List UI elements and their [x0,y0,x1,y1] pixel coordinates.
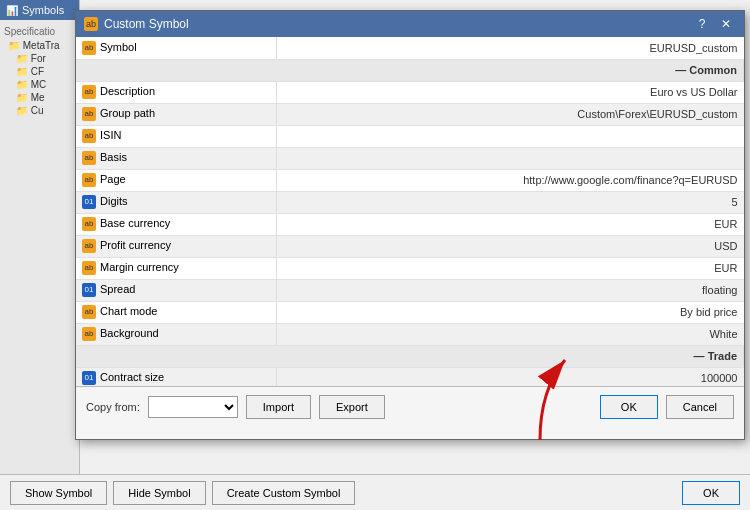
sidebar-item[interactable]: 📁 For [8,52,75,65]
sidebar-header: 📊 Symbols [0,0,79,20]
prop-name: abBase currency [76,213,276,235]
dialog-title: Custom Symbol [104,17,686,31]
copy-from-label: Copy from: [86,401,140,413]
sidebar-item[interactable]: 📁 MetaTra [8,39,75,52]
prop-icon: ab [82,239,96,253]
prop-value: EUR [276,257,744,279]
sidebar-subheader: Specificatio [4,24,75,39]
titlebar-controls: ? ✕ [692,15,736,33]
prop-name: 01Digits [76,191,276,213]
prop-value: EUR [276,213,744,235]
prop-icon: ab [82,129,96,143]
close-button[interactable]: ✕ [716,15,736,33]
dialog-titlebar: ab Custom Symbol ? ✕ [76,11,744,37]
properties-table: abSymbol EURUSD_custom — Common abDescri… [76,37,744,387]
prop-name: abDescription [76,81,276,103]
prop-value: floating [276,279,744,301]
dialog-cancel-button[interactable]: Cancel [666,395,734,419]
create-custom-symbol-button[interactable]: Create Custom Symbol [212,481,356,505]
prop-value: Euro vs US Dollar [276,81,744,103]
prop-icon: ab [82,151,96,165]
bottom-ok-button[interactable]: OK [682,481,740,505]
dialog-icon: ab [84,17,98,31]
prop-value: EURUSD_custom [276,37,744,59]
prop-icon: 01 [82,371,96,385]
import-button[interactable]: Import [246,395,311,419]
dialog-ok-button[interactable]: OK [600,395,658,419]
properties-table-container: abSymbol EURUSD_custom — Common abDescri… [76,37,744,387]
prop-value: Custom\Forex\EURUSD_custom [276,103,744,125]
prop-value [276,125,744,147]
prop-value: http://www.google.com/finance?q=EURUSD [276,169,744,191]
copy-from-select[interactable] [148,396,238,418]
export-button[interactable]: Export [319,395,385,419]
sidebar-item[interactable]: 📁 CF [8,65,75,78]
sidebar-item[interactable]: 📁 Me [8,91,75,104]
sidebar-tree: 📁 MetaTra 📁 For 📁 CF 📁 MC 📁 Me 📁 Cu [4,39,75,117]
prop-icon: ab [82,41,96,55]
prop-value: USD [276,235,744,257]
prop-icon: ab [82,85,96,99]
sidebar-content: Specificatio 📁 MetaTra 📁 For 📁 CF 📁 MC 📁… [0,20,79,121]
sidebar-item[interactable]: 📁 Cu [8,104,75,117]
prop-name: abISIN [76,125,276,147]
prop-icon: 01 [82,283,96,297]
prop-name: abGroup path [76,103,276,125]
prop-value: White [276,323,744,345]
prop-icon: ab [82,217,96,231]
show-symbol-button[interactable]: Show Symbol [10,481,107,505]
prop-name: abSymbol [76,37,276,59]
sidebar-item[interactable]: 📁 MC [8,78,75,91]
dialog-bottom: Copy from: Import Export OK Cancel [76,387,744,427]
prop-name: 01Spread [76,279,276,301]
hide-symbol-button[interactable]: Hide Symbol [113,481,205,505]
prop-value: By bid price [276,301,744,323]
prop-icon: 01 [82,195,96,209]
prop-icon: ab [82,107,96,121]
prop-icon: ab [82,261,96,275]
custom-symbol-dialog: ab Custom Symbol ? ✕ abSymbol EURUSD_cus… [75,10,745,440]
sidebar-icon: 📊 [6,5,18,16]
prop-value [276,147,744,169]
sidebar: 📊 Symbols Specificatio 📁 MetaTra 📁 For 📁… [0,0,80,510]
prop-value: 100000 [276,367,744,387]
bottom-bar: Show Symbol Hide Symbol Create Custom Sy… [0,474,750,510]
prop-icon: ab [82,327,96,341]
prop-name: abChart mode [76,301,276,323]
prop-icon: ab [82,305,96,319]
prop-icon: ab [82,173,96,187]
prop-value: 5 [276,191,744,213]
help-button[interactable]: ? [692,15,712,33]
sidebar-title: Symbols [22,4,64,16]
prop-name: 01Contract size [76,367,276,387]
prop-name: abMargin currency [76,257,276,279]
prop-name: abPage [76,169,276,191]
prop-name: abProfit currency [76,235,276,257]
prop-name: abBackground [76,323,276,345]
prop-name: abBasis [76,147,276,169]
